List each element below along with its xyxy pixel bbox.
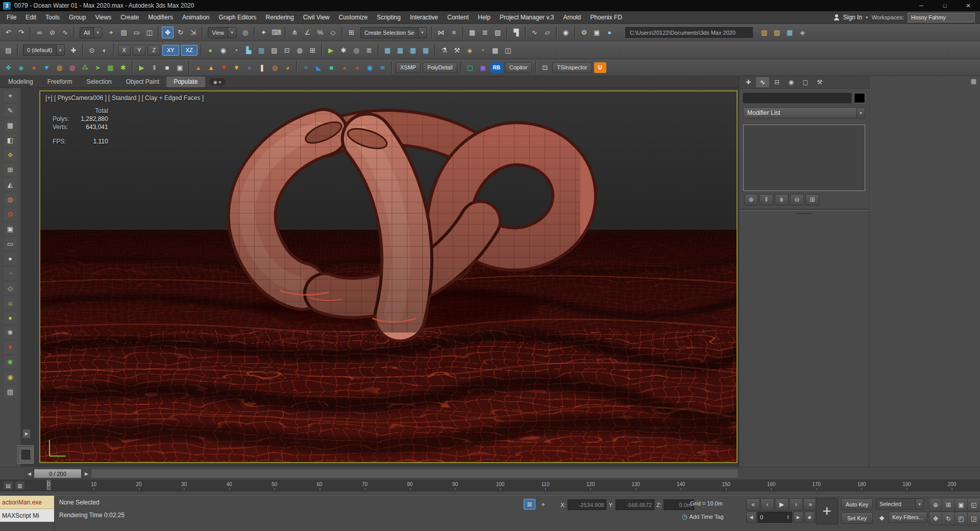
tool-icon[interactable]: ● [4,252,17,265]
render-icon[interactable]: ● [604,27,616,38]
scene-explorer-toggle-icon[interactable]: ▤ [3,44,14,56]
next-frame-arrow[interactable]: ▶ [82,469,91,478]
menu-create[interactable]: Create [116,12,143,22]
key-selection-dropdown[interactable]: Selected ▾ [876,498,924,510]
tab-motion[interactable]: ◉ [785,77,798,87]
modifier-stack[interactable] [743,125,865,191]
align-icon[interactable]: ≡ [448,27,460,38]
key-filters-button[interactable]: Key Filters... [888,512,927,523]
zoom-region-icon[interactable]: ◱ [967,498,980,512]
chart-icon[interactable]: ▙ [243,44,255,56]
fire-sphere-icon[interactable]: ● [28,62,40,74]
offset-mode-icon[interactable]: ⌖ [537,499,549,510]
tool-icon[interactable]: ✿ [4,208,17,221]
x-axis-button[interactable]: X [118,45,131,56]
big-plus-button[interactable]: + [816,498,838,524]
play-icon[interactable]: ▶ [136,62,148,74]
ribbon-options-icon[interactable]: ◉ ▾ [209,78,226,86]
flame-gold-icon[interactable]: ▲ [205,62,217,74]
frame-back-button[interactable]: ◀ [746,512,756,523]
tool-icon[interactable]: ▼ [4,341,17,354]
tool-icon[interactable]: ✱ [4,356,17,369]
select-by-name-icon[interactable]: ▤ [118,27,130,38]
red-sphere-icon[interactable]: ● [351,62,363,74]
tool-icon[interactable]: ◈ [464,44,476,56]
tool-icon[interactable]: ▭ [4,237,17,250]
active-tool-button[interactable] [17,445,34,464]
tab-utilities[interactable]: ⚒ [813,77,826,87]
layer-dropdown[interactable]: 0 (default) ▾ [23,44,65,56]
make-unique-button[interactable]: ⋔ [775,194,789,205]
table-icon[interactable]: ▥ [256,44,267,56]
table-icon[interactable]: ▦ [395,44,406,56]
green-grid-icon[interactable]: ▦ [105,62,116,74]
tool-icon[interactable]: ◇ [4,282,17,295]
menu-civil-view[interactable]: Civil View [299,12,334,22]
keyboard-override-icon[interactable]: ⌨ [271,27,282,38]
menu-interactive[interactable]: Interactive [405,12,443,22]
configure-sets-button[interactable]: ⊞ [805,194,819,205]
copitor-button[interactable]: Copitor [505,62,532,73]
teapot-icon[interactable]: ◕ [282,62,293,74]
scene-explorer-icon[interactable]: ▦ [467,27,478,38]
crowd-green-icon[interactable]: ⁂ [79,62,91,74]
tool-icon[interactable]: ◉ [217,44,229,56]
time-slider-track[interactable]: ◀ 0 / 200 ▶ [24,469,739,478]
menu-rendering[interactable]: Rendering [261,12,298,22]
bomb-icon[interactable]: ● [243,62,255,74]
tool-icon[interactable]: ◔ [477,44,488,56]
tool-icon[interactable]: ✎ [4,104,17,117]
tsinspector-button[interactable]: TSInspector [552,62,592,73]
water-drop-icon[interactable]: ▼ [41,62,53,74]
key-filters-icon[interactable]: ◆ [876,512,888,523]
uniconvertor-logo[interactable]: U [594,62,606,73]
go-to-end-button[interactable]: » [803,498,817,511]
schematic-view-icon[interactable]: ▱ [542,27,553,38]
tool-icon[interactable]: ⊡ [281,44,293,56]
named-sets-icon[interactable]: ⊞ [346,27,357,38]
tool-icon[interactable]: ▶ [325,44,337,56]
menu-animation[interactable]: Animation [178,12,214,22]
menu-modifiers[interactable]: Modifiers [143,12,178,22]
screen-icon[interactable]: ⊡ [539,62,551,74]
previous-frame-button[interactable]: ‹ [761,498,774,511]
menu-phoenix-fd[interactable]: Phoenix FD [585,12,627,22]
maxscript-mini-listener[interactable]: actionMan.exe MAXScript Mi [0,496,55,531]
current-frame-field[interactable]: 0 ▲ ▼ [757,512,792,523]
tool-icon[interactable]: ≣ [363,44,375,56]
time-slider-handle[interactable]: 0 / 200 [34,469,82,478]
tab-object-paint[interactable]: Object Paint [119,77,166,87]
spinner-down-icon[interactable]: ▼ [787,517,790,520]
xz-plane-button[interactable]: XZ [181,45,198,56]
resize-grip[interactable] [796,213,812,214]
drip-red-icon[interactable]: ▼ [218,62,230,74]
monitor-icon[interactable]: ▢ [464,62,476,74]
tool-icon[interactable]: ◧ [4,134,17,147]
selection-filter-dropdown[interactable]: All ▾ [80,27,102,38]
ship-icon[interactable]: ◣ [313,62,325,74]
tool-icon[interactable]: ⚒ [451,44,463,56]
material-editor-icon[interactable]: ◉ [560,27,572,38]
viewport[interactable]: [+] [ PhysCamera006 ] [ Standard ] [ Cla… [39,90,738,463]
object-name-field[interactable] [743,93,851,103]
info-icon[interactable]: ◈ [797,27,808,38]
tool-icon[interactable]: ⊞ [4,163,17,176]
display-toggle-icon[interactable]: ◐ [99,44,111,56]
tab-hierarchy[interactable]: ⊟ [770,77,783,87]
zoom-extents-icon[interactable]: ▣ [954,498,968,512]
key-mode-icon[interactable]: ◆ [804,512,815,523]
tool-icon[interactable]: ☼ [4,297,17,309]
auto-key-button[interactable]: Auto Key [841,498,873,510]
flame-icon[interactable]: ▲ [192,62,204,74]
y-axis-button[interactable]: Y [133,45,145,56]
gold-ring-icon[interactable]: ◍ [54,62,65,74]
stop-icon[interactable]: ■ [161,62,173,74]
menu-help[interactable]: Help [473,12,495,22]
window-crossing-icon[interactable]: ◫ [143,27,155,38]
globe-icon[interactable]: ◉ [364,62,376,74]
workspace-selector[interactable]: Hosny Fahmy [908,13,975,22]
reference-coordinate-dropdown[interactable]: View ▾ [208,27,236,38]
maximize-viewport-icon[interactable]: ◲ [967,512,980,525]
table-icon[interactable]: ▦ [420,44,432,56]
zoom-all-icon[interactable]: ⊞ [942,498,955,512]
